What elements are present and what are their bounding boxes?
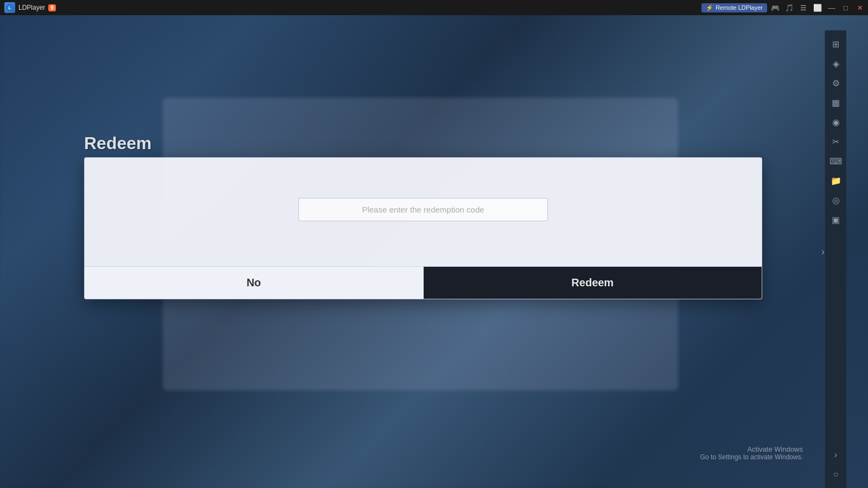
activate-windows-notice: Activate Windows Go to Settings to activ… (700, 445, 803, 461)
activate-windows-desc: Go to Settings to activate Windows. (700, 453, 803, 461)
titlebar-icon-2[interactable]: 🎵 (783, 2, 795, 14)
no-button[interactable]: No (85, 267, 424, 299)
remote-icon: ⚡ (706, 4, 713, 11)
sidebar-grid-icon[interactable]: ⊞ (827, 35, 845, 53)
sidebar-gamepad-icon[interactable]: ◈ (827, 54, 845, 73)
app-logo: L (4, 2, 15, 13)
redeem-dialog: No Redeem (84, 157, 762, 299)
titlebar-right: ⚡ Remote LDPlayer 🎮 🎵 ☰ ⬜ — □ ✕ (701, 2, 868, 14)
app-title: LDPlayer (18, 4, 45, 11)
sidebar-keyboard-icon[interactable]: ⌨ (827, 152, 845, 170)
activate-windows-title: Activate Windows (700, 445, 803, 453)
titlebar-left: L LDPlayer 9 (0, 2, 56, 13)
maximize-button[interactable]: □ (840, 2, 852, 14)
sidebar-circle-icon[interactable]: ○ (827, 465, 845, 484)
redemption-code-input[interactable] (298, 198, 548, 221)
redeem-button[interactable]: Redeem (424, 267, 762, 299)
sidebar-settings-icon[interactable]: ⚙ (827, 74, 845, 92)
redeem-background-label: Redeem (84, 133, 152, 153)
sidebar-device-icon[interactable]: ▣ (827, 210, 845, 229)
minimize-button[interactable]: — (826, 2, 838, 14)
titlebar-square-icon[interactable]: ⬜ (812, 2, 824, 14)
sidebar-location-icon[interactable]: ◎ (827, 191, 845, 209)
titlebar: L LDPlayer 9 ⚡ Remote LDPlayer 🎮 🎵 ☰ ⬜ —… (0, 0, 868, 15)
remote-label: Remote LDPlayer (716, 4, 763, 11)
remote-ldplayer-button[interactable]: ⚡ Remote LDPlayer (701, 3, 767, 12)
titlebar-menu[interactable]: ☰ (797, 2, 809, 14)
sidebar-display-icon[interactable]: ▦ (827, 93, 845, 112)
dialog-footer: No Redeem (85, 266, 762, 299)
close-button[interactable]: ✕ (854, 2, 866, 14)
sidebar-camera-icon[interactable]: ◉ (827, 113, 845, 131)
sidebar-arrow-icon[interactable]: › (827, 446, 845, 464)
titlebar-icon-1[interactable]: 🎮 (769, 2, 781, 14)
dialog-body (85, 158, 762, 266)
app-version: 9 (48, 4, 56, 11)
main-area: ⊞ ◈ ⚙ ▦ ◉ ✂ ⌨ 📁 ◎ ▣ › ○ Redeem No Redeem… (0, 15, 846, 488)
sidebar-folder-icon[interactable]: 📁 (827, 171, 845, 190)
svg-text:L: L (9, 5, 11, 10)
right-sidebar: ⊞ ◈ ⚙ ▦ ◉ ✂ ⌨ 📁 ◎ ▣ › ○ (825, 30, 846, 488)
sidebar-scissors-icon[interactable]: ✂ (827, 132, 845, 151)
